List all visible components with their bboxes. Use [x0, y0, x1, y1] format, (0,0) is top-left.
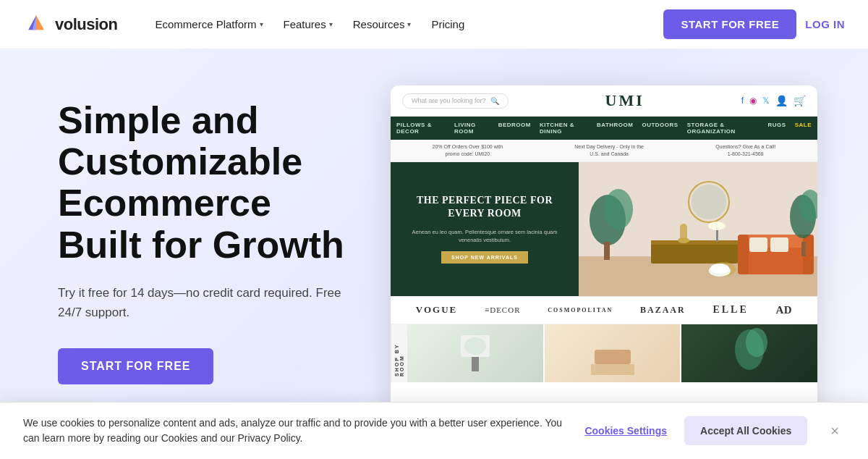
svg-point-9	[604, 189, 633, 230]
cookie-banner: We use cookies to personalize content an…	[0, 402, 868, 418]
volusion-logo-icon	[23, 12, 49, 38]
svg-rect-23	[749, 237, 767, 252]
svg-rect-13	[651, 242, 738, 264]
chevron-down-icon: ▾	[260, 20, 263, 28]
umi-topbar: What are you looking for? 🔍 UMI f ◉ 𝕏 👤 …	[391, 85, 817, 117]
umi-shop-button[interactable]: SHOP NEW ARRIVALS	[441, 251, 528, 264]
nav-resources[interactable]: Resources ▾	[344, 12, 420, 36]
svg-rect-16	[680, 224, 687, 240]
svg-point-30	[710, 264, 729, 274]
umi-nav-sale[interactable]: SALE	[795, 122, 812, 135]
nav-features[interactable]: Features ▾	[275, 12, 341, 36]
cookie-accept-button[interactable]: Accept All Cookies	[684, 416, 807, 418]
navbar: volusion Ecommerce Platform ▾ Features ▾…	[0, 0, 868, 49]
facebook-icon: f	[741, 96, 744, 106]
umi-hero-section: THE PERFECT PIECE FOR EVERY ROOM Aenean …	[391, 162, 817, 296]
hero-section: Simple and Customizable Ecommerce Built …	[0, 49, 868, 418]
umi-banner-contact: Questions? Give As a Call!1-800-321-4568	[715, 143, 775, 158]
svg-rect-35	[591, 364, 634, 375]
nav-links: Ecommerce Platform ▾ Features ▾ Resource…	[146, 12, 663, 36]
svg-rect-34	[595, 350, 631, 364]
cart-icon: 🛒	[793, 95, 806, 106]
svg-rect-21	[738, 235, 749, 274]
logo[interactable]: volusion	[23, 12, 117, 38]
umi-room-label: SHOP BY ROOM	[391, 324, 407, 382]
umi-hero-title: THE PERFECT PIECE FOR EVERY ROOM	[408, 194, 561, 220]
svg-point-37	[746, 328, 767, 357]
svg-rect-14	[651, 240, 738, 245]
nav-pricing[interactable]: Pricing	[422, 12, 473, 36]
press-ad: AD	[775, 304, 792, 316]
start-for-free-button[interactable]: START FOR FREE	[663, 9, 796, 39]
navbar-actions: START FOR FREE LOG IN	[663, 9, 845, 39]
press-bazaar: BAZAAR	[640, 305, 686, 316]
umi-hero-right	[579, 162, 817, 296]
press-decor: ≡DECOR	[485, 306, 520, 314]
umi-nav-living[interactable]: LIVING ROOM	[454, 122, 490, 135]
umi-nav: PILLOWS & DECOR LIVING ROOM BEDROOM KITC…	[391, 117, 817, 140]
store-mockup: What are you looking for? 🔍 UMI f ◉ 𝕏 👤 …	[391, 85, 817, 418]
svg-rect-24	[770, 237, 788, 252]
umi-icons: f ◉ 𝕏 👤 🛒	[741, 95, 806, 106]
svg-point-18	[708, 222, 726, 230]
umi-room-living[interactable]	[545, 324, 681, 382]
umi-hero-left: THE PERFECT PIECE FOR EVERY ROOM Aenean …	[391, 162, 579, 296]
chevron-down-icon: ▾	[329, 20, 333, 28]
umi-search-placeholder: What are you looking for?	[412, 97, 486, 104]
umi-banner-bar: 20% Off Orders Over $100 withpromo code:…	[391, 140, 817, 162]
umi-room-images	[407, 324, 817, 382]
logo-text: volusion	[55, 15, 117, 34]
search-icon: 🔍	[490, 97, 499, 105]
umi-banner-promo: 20% Off Orders Over $100 withpromo code:…	[433, 143, 503, 158]
umi-banner-delivery: Next Day Delivery - Only in theU.S. and …	[574, 143, 644, 158]
hero-subtitle: Try it free for 14 days—no credit card r…	[58, 283, 362, 322]
twitter-icon: 𝕏	[762, 96, 770, 106]
svg-point-32	[464, 337, 486, 355]
hero-start-button[interactable]: START FOR FREE	[58, 348, 213, 384]
account-icon: 👤	[775, 95, 788, 106]
umi-press-bar: VOGUE ≡DECOR COSMOPOLITAN BAZAAR ELLE AD	[391, 296, 817, 324]
press-vogue: VOGUE	[416, 304, 457, 316]
umi-hero-subtitle: Aenean eu leo quam. Pellentesque ornare …	[408, 228, 561, 245]
chevron-down-icon: ▾	[407, 20, 411, 28]
svg-rect-10	[604, 242, 610, 260]
press-elle: ELLE	[712, 304, 748, 316]
svg-point-12	[692, 185, 726, 219]
cookie-text: We use cookies to personalize content an…	[23, 416, 567, 418]
umi-room-green[interactable]	[681, 324, 817, 382]
umi-nav-pillows[interactable]: PILLOWS & DECOR	[396, 122, 446, 135]
umi-search[interactable]: What are you looking for? 🔍	[402, 93, 509, 109]
umi-room-bathroom[interactable]	[407, 324, 543, 382]
umi-nav-bathroom[interactable]: BATHROOM	[597, 122, 634, 135]
umi-nav-rugs[interactable]: RUGS	[768, 122, 786, 135]
hero-text: Simple and Customizable Ecommerce Built …	[58, 85, 362, 384]
svg-rect-28	[801, 242, 806, 256]
instagram-icon: ◉	[749, 96, 757, 106]
hero-title: Simple and Customizable Ecommerce Built …	[58, 100, 362, 266]
umi-rooms-section: SHOP BY ROOM	[391, 324, 817, 382]
umi-nav-bedroom[interactable]: BEDROOM	[498, 122, 531, 135]
login-button[interactable]: LOG IN	[805, 18, 845, 30]
umi-logo: UMI	[605, 91, 644, 110]
umi-nav-kitchen[interactable]: KITCHEN & DINING	[540, 122, 588, 135]
furniture-scene	[579, 162, 817, 296]
press-cosmopolitan: COSMOPOLITAN	[548, 307, 613, 313]
nav-ecommerce-platform[interactable]: Ecommerce Platform ▾	[146, 12, 271, 36]
umi-nav-outdoors[interactable]: OUTDOORS	[642, 122, 678, 135]
svg-rect-33	[472, 357, 479, 371]
umi-nav-storage[interactable]: STORAGE & ORGANIZATION	[687, 122, 760, 135]
